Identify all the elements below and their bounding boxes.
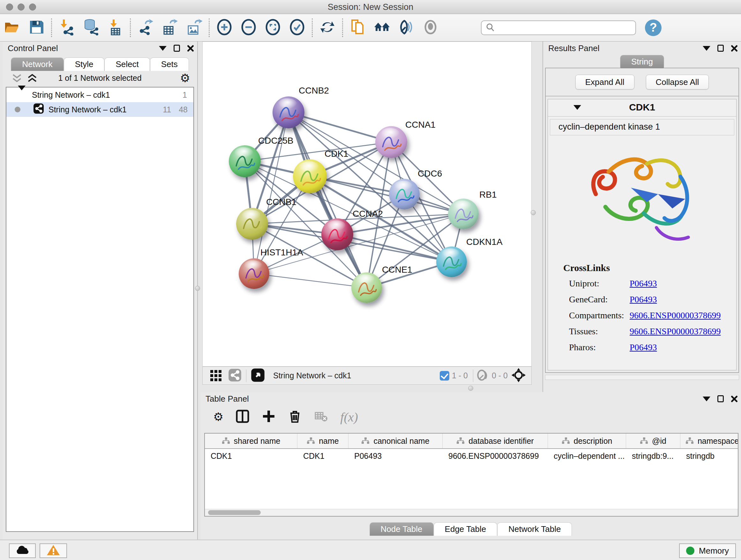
node-CCNE1[interactable] <box>351 272 382 303</box>
table-options-gear-icon[interactable]: ⚙ <box>213 410 223 424</box>
import-network-file-button[interactable] <box>55 17 79 39</box>
table-cell[interactable]: stringdb <box>680 449 738 463</box>
left-splitter-handle[interactable] <box>195 286 200 291</box>
right-splitter-handle[interactable] <box>531 210 536 215</box>
table-cell[interactable]: P06493 <box>348 449 443 463</box>
panel-close-icon[interactable] <box>187 45 194 52</box>
apply-layout-button[interactable] <box>315 17 340 39</box>
table-row[interactable]: CDK1CDK1P064939606.ENSP00000378699cyclin… <box>205 449 738 463</box>
edge-CCNE1-HIST1H1A[interactable] <box>254 273 367 288</box>
tree-expander-icon[interactable] <box>18 90 25 100</box>
column-header-@id[interactable]: @id <box>626 434 680 448</box>
memory-button[interactable]: Memory <box>679 543 736 558</box>
import-network-database-button[interactable] <box>79 17 103 39</box>
network-row[interactable]: String Network – cdk1 11 48 <box>6 102 193 117</box>
node-CCNB1[interactable] <box>236 208 268 240</box>
cloud-button[interactable] <box>9 543 36 558</box>
tab-node-table[interactable]: Node Table <box>369 522 434 536</box>
home-networks-button[interactable] <box>370 17 394 39</box>
tab-edge-table[interactable]: Edge Table <box>434 522 497 536</box>
panel-float-icon[interactable] <box>718 45 724 52</box>
node-CCNA1[interactable] <box>375 126 407 158</box>
column-header-shared-name[interactable]: shared name <box>205 434 297 448</box>
expand-all-button[interactable]: Expand All <box>576 75 634 89</box>
tab-string[interactable]: String <box>620 55 664 68</box>
crosslink-link[interactable]: 9606.ENSP00000378699 <box>630 310 721 320</box>
add-column-icon[interactable] <box>262 409 276 425</box>
grid-view-icon[interactable] <box>210 369 222 383</box>
column-header-database-identifier[interactable]: database identifier <box>443 434 548 448</box>
panel-menu-icon[interactable] <box>703 46 711 51</box>
edge-CCNA2-CDKN1A[interactable] <box>337 234 452 262</box>
panel-float-icon[interactable] <box>718 395 724 402</box>
panel-float-icon[interactable] <box>174 45 180 52</box>
crosslink-link[interactable]: 9606.ENSP00000378699 <box>630 326 721 336</box>
tab-network[interactable]: Network <box>11 57 64 71</box>
node-CDC6[interactable] <box>389 179 420 209</box>
column-header-description[interactable]: description <box>548 434 626 448</box>
panel-close-icon[interactable] <box>731 395 738 402</box>
network-share-view-icon[interactable] <box>228 368 242 383</box>
horizontal-splitter-handle[interactable] <box>468 386 473 391</box>
node-CCNA2[interactable] <box>321 219 353 250</box>
fit-content-button[interactable] <box>261 17 285 39</box>
birdseye-toggle-icon[interactable] <box>251 368 265 383</box>
save-session-button[interactable] <box>24 17 49 39</box>
hide-details-button[interactable] <box>418 17 443 39</box>
tab-sets[interactable]: Sets <box>150 57 189 71</box>
network-collection-row[interactable]: String Network – cdk1 1 <box>6 87 193 102</box>
node-RB1[interactable] <box>448 199 479 229</box>
hidden-eye-icon[interactable] <box>475 368 489 383</box>
table-cell[interactable]: CDK1 <box>205 449 297 463</box>
selected-checkbox-icon[interactable] <box>440 371 449 381</box>
panel-menu-icon[interactable] <box>159 46 166 51</box>
tab-style[interactable]: Style <box>64 57 105 71</box>
warning-button[interactable] <box>40 543 67 558</box>
scrollbar-thumb[interactable] <box>208 510 261 515</box>
table-cell[interactable]: 9606.ENSP00000378699 <box>443 449 548 463</box>
column-header-canonical-name[interactable]: canonical name <box>348 434 443 448</box>
export-table-button[interactable] <box>158 17 182 39</box>
node-CDC25B[interactable] <box>229 145 261 177</box>
zoom-selected-button[interactable] <box>285 17 309 39</box>
panel-menu-icon[interactable] <box>703 396 711 401</box>
column-label: name <box>319 436 339 446</box>
node-CDKN1A[interactable] <box>436 246 467 277</box>
network-options-gear-icon[interactable]: ⚙ <box>180 71 190 85</box>
crosslink-link[interactable]: P06493 <box>630 278 657 289</box>
node-CDK1[interactable] <box>293 159 327 193</box>
search-input[interactable] <box>481 20 636 35</box>
table-cell[interactable]: stringdb:9... <box>626 449 680 463</box>
node-HIST1H1A[interactable] <box>239 258 269 289</box>
zoom-out-button[interactable] <box>237 17 261 39</box>
tab-select[interactable]: Select <box>105 57 150 71</box>
import-table-button[interactable] <box>103 17 127 39</box>
table-horizontal-scrollbar[interactable] <box>205 509 738 516</box>
table-cell[interactable]: cyclin–dependent ... <box>548 449 626 463</box>
export-image-button[interactable] <box>182 17 206 39</box>
open-session-button[interactable] <box>0 17 24 39</box>
crosslink-link[interactable]: P06493 <box>630 342 657 353</box>
delete-column-icon[interactable] <box>288 409 302 425</box>
collapse-all-button[interactable]: Collapse All <box>646 75 709 89</box>
results-scrollbar[interactable] <box>545 375 739 380</box>
show-columns-icon[interactable] <box>235 409 250 425</box>
network-canvas[interactable]: CCNB2 CCNA1 CDC25B CDK1 CDC6 <box>202 42 532 367</box>
navigate-crosshair-icon[interactable] <box>511 368 526 384</box>
column-header-namespace[interactable]: namespace <box>680 434 738 448</box>
table-cell[interactable]: CDK1 <box>297 449 348 463</box>
column-header-name[interactable]: name <box>297 434 348 448</box>
annotation-documents-button[interactable] <box>346 17 370 39</box>
export-network-button[interactable] <box>133 17 158 39</box>
tab-network-table[interactable]: Network Table <box>497 522 572 536</box>
edge-CCNB2-CCNE1[interactable] <box>288 112 367 288</box>
panel-close-icon[interactable] <box>731 45 738 52</box>
protein-thumbnail-icon <box>232 150 258 175</box>
graphics-details-button[interactable] <box>394 17 418 39</box>
node-label-CDK1: CDK1 <box>325 149 348 159</box>
help-button[interactable]: ? <box>645 19 662 36</box>
zoom-in-button[interactable] <box>212 17 237 39</box>
node-CCNB2[interactable] <box>273 97 305 128</box>
crosslink-link[interactable]: P06493 <box>630 294 657 305</box>
node-table[interactable]: shared namenamecanonical namedatabase id… <box>204 433 738 516</box>
